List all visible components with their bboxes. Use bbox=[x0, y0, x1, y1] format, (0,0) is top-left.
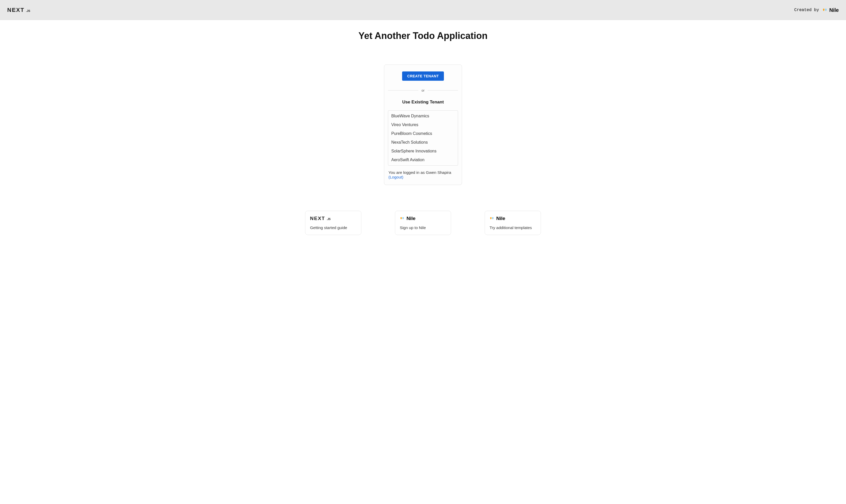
nextjs-logo-suffix: .JS bbox=[327, 218, 331, 220]
tenant-item[interactable]: Vireo Ventures bbox=[388, 121, 458, 129]
nile-icon bbox=[489, 216, 495, 221]
footer-card-signup[interactable]: Nile Sign up to Nile bbox=[395, 211, 451, 235]
divider-line-left bbox=[388, 90, 418, 91]
footer-card-getting-started[interactable]: NEXT.JS Getting started guide bbox=[305, 211, 361, 235]
tenant-item[interactable]: AeroSwift Aviation bbox=[388, 156, 458, 164]
tenant-card: CREATE TENANT or Use Existing Tenant Blu… bbox=[384, 65, 462, 185]
nextjs-logo-suffix: .JS bbox=[26, 9, 31, 12]
nile-logo[interactable]: Nile bbox=[823, 7, 839, 13]
tenant-item[interactable]: BlueWave Dynamics bbox=[388, 112, 458, 121]
nile-icon bbox=[400, 216, 405, 221]
main-area: CREATE TENANT or Use Existing Tenant Blu… bbox=[0, 65, 846, 185]
nile-logo-small: Nile bbox=[400, 216, 415, 221]
existing-tenant-heading: Use Existing Tenant bbox=[402, 100, 444, 105]
created-by-label: Created by bbox=[794, 8, 819, 12]
create-tenant-button[interactable]: CREATE TENANT bbox=[402, 71, 444, 81]
login-user: Gwen Shapira bbox=[426, 170, 451, 175]
nextjs-logo: NEXT.JS bbox=[7, 7, 30, 13]
footer-cards: NEXT.JS Getting started guide Nile Sign … bbox=[0, 211, 846, 245]
tenant-item[interactable]: NexaTech Solutions bbox=[388, 138, 458, 147]
header-bar: NEXT.JS Created by Nile bbox=[0, 0, 846, 20]
footer-card-logo: Nile bbox=[400, 215, 446, 222]
footer-card-templates[interactable]: Nile Try additional templates bbox=[485, 211, 541, 235]
tenant-list: BlueWave Dynamics Vireo Ventures PureBlo… bbox=[388, 110, 458, 166]
nile-wordmark: Nile bbox=[496, 216, 505, 221]
nextjs-logo-small: NEXT.JS bbox=[310, 216, 331, 221]
page-title: Yet Another Todo Application bbox=[0, 31, 846, 41]
nile-logo-small: Nile bbox=[489, 216, 505, 221]
footer-card-logo: Nile bbox=[489, 215, 536, 222]
login-prefix: You are logged in as bbox=[389, 170, 426, 175]
tenant-item[interactable]: PureBloom Cosmetics bbox=[388, 129, 458, 138]
nile-wordmark: Nile bbox=[829, 7, 839, 13]
footer-card-logo: NEXT.JS bbox=[310, 215, 357, 222]
nile-icon bbox=[823, 7, 828, 13]
created-by-wrap: Created by Nile bbox=[794, 7, 839, 13]
nile-wordmark: Nile bbox=[407, 216, 415, 221]
tenant-item[interactable]: SolarSphere Innovations bbox=[388, 147, 458, 156]
footer-card-text: Try additional templates bbox=[489, 226, 536, 230]
nextjs-logo-text: NEXT bbox=[310, 216, 325, 221]
nextjs-logo-text: NEXT bbox=[7, 7, 24, 13]
login-status: You are logged in as Gwen Shapira (Logou… bbox=[388, 170, 458, 180]
footer-card-text: Getting started guide bbox=[310, 226, 357, 230]
divider: or bbox=[388, 88, 458, 92]
logout-link[interactable]: (Logout) bbox=[389, 175, 403, 179]
divider-text: or bbox=[421, 88, 425, 92]
divider-line-right bbox=[428, 90, 458, 91]
footer-card-text: Sign up to Nile bbox=[400, 226, 446, 230]
